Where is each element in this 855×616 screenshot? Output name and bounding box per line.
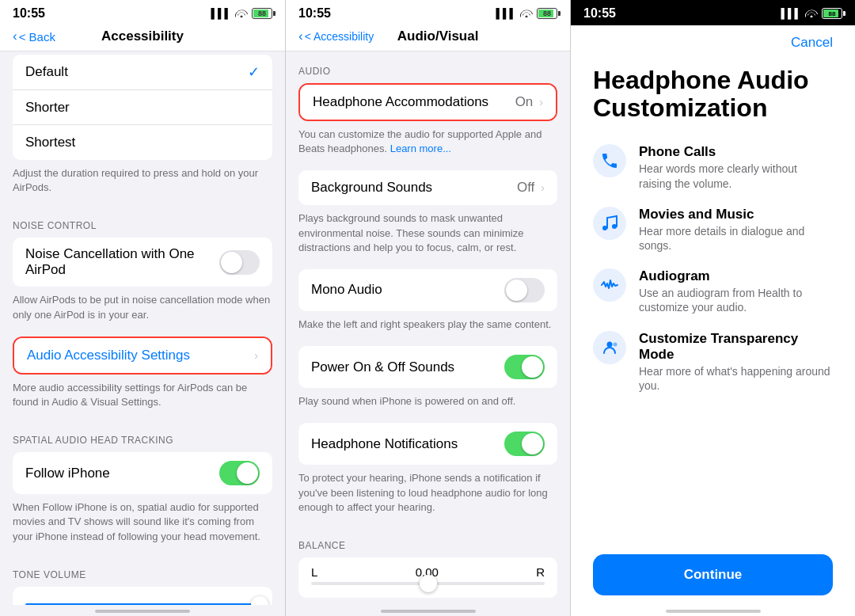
section-spatial: SPATIAL AUDIO HEAD TRACKING bbox=[0, 420, 285, 449]
noise-cancellation-group: Noise Cancellation with One AirPod bbox=[13, 238, 272, 287]
list-item-background-sounds[interactable]: Background Sounds Off › bbox=[298, 170, 557, 205]
phone-icon bbox=[600, 151, 619, 170]
headphone-accommodations-highlighted: Headphone Accommodations On › bbox=[298, 83, 557, 121]
headphone-notif-knob bbox=[522, 433, 543, 454]
list-item-shorter[interactable]: Shorter bbox=[13, 90, 272, 125]
headphone-notif-group: Headphone Notifications bbox=[298, 423, 557, 465]
list-item-audio-accessibility[interactable]: Audio Accessibility Settings › bbox=[14, 338, 271, 373]
feature-text-audiogram: Audiogram Use an audiogram from Health t… bbox=[639, 268, 833, 314]
cancel-button[interactable]: Cancel bbox=[593, 25, 833, 57]
mono-audio-toggle[interactable] bbox=[504, 278, 545, 302]
status-bar-3: 10:55 ▌▌▌ 88 bbox=[571, 0, 855, 25]
continue-button[interactable]: Continue bbox=[593, 554, 833, 595]
tone-slider[interactable] bbox=[25, 596, 260, 605]
signal-icon-3: ▌▌▌ bbox=[781, 8, 801, 19]
list-item-headphone-notif[interactable]: Headphone Notifications bbox=[298, 423, 557, 465]
panel-audio-visual: 10:55 ▌▌▌ 88 ‹ < Accessibility Audio/Vis… bbox=[285, 0, 570, 616]
follow-iphone-group: Follow iPhone bbox=[13, 452, 272, 494]
power-sounds-toggle[interactable] bbox=[504, 355, 545, 379]
feature-item-transparency: Customize Transparency Mode Hear more of… bbox=[593, 331, 833, 393]
tone-volume-item: 100% bbox=[13, 587, 272, 605]
feature-desc-audiogram: Use an audiogram from Health to customiz… bbox=[639, 286, 833, 314]
power-sounds-footer: Play sound when iPhone is powered on and… bbox=[286, 391, 570, 420]
wifi-icon-3 bbox=[805, 8, 818, 20]
follow-toggle-knob bbox=[237, 462, 258, 484]
checkmark-default: ✓ bbox=[248, 63, 260, 81]
audiogram-icon-bg bbox=[593, 268, 626, 302]
scroll-area-1: Default ✓ Shorter Shortest Adjust the du… bbox=[0, 51, 285, 605]
feature-title-movies: Movies and Music bbox=[639, 207, 833, 222]
press-duration-list: Default ✓ Shorter Shortest bbox=[13, 55, 272, 160]
home-indicator-3 bbox=[571, 605, 855, 616]
balance-slider[interactable] bbox=[311, 582, 545, 585]
slider-thumb[interactable] bbox=[251, 596, 268, 605]
panel-headphone-customization: 10:55 ▌▌▌ 88 Cancel Headphone Audio Cust… bbox=[570, 0, 855, 616]
feature-text-transparency: Customize Transparency Mode Hear more of… bbox=[639, 331, 833, 393]
mono-audio-footer: Make the left and right speakers play th… bbox=[286, 314, 570, 343]
wifi-icon-2 bbox=[520, 8, 533, 20]
feature-list: Phone Calls Hear words more clearly with… bbox=[593, 144, 833, 538]
balance-r: R bbox=[536, 565, 545, 579]
mono-audio-group: Mono Audio bbox=[298, 269, 557, 311]
headphone-notif-footer: To protect your hearing, iPhone sends a … bbox=[286, 468, 570, 526]
audio-accessibility-footer: More audio accessibility settings for Ai… bbox=[0, 378, 285, 420]
balance-thumb[interactable] bbox=[420, 575, 437, 592]
music-icon bbox=[600, 214, 619, 233]
follow-iphone-toggle[interactable] bbox=[219, 461, 260, 485]
tone-volume-group: 100% bbox=[13, 587, 272, 605]
nav-bar-1: ‹ < Back Accessibility bbox=[0, 25, 285, 51]
feature-desc-phone: Hear words more clearly without raising … bbox=[639, 162, 833, 190]
svg-point-2 bbox=[607, 341, 613, 347]
balance-control: L 0.00 R bbox=[298, 557, 557, 598]
home-bar-3 bbox=[666, 610, 761, 613]
balance-group: L 0.00 R bbox=[298, 557, 557, 598]
home-indicator-1 bbox=[0, 605, 285, 616]
section-audio: AUDIO bbox=[286, 51, 570, 80]
section-noise-control: NOISE CONTROL bbox=[0, 206, 285, 234]
status-icons-2: ▌▌▌ 88 bbox=[496, 8, 557, 20]
list-item-default[interactable]: Default ✓ bbox=[13, 55, 272, 90]
feature-title-audiogram: Audiogram bbox=[639, 268, 833, 284]
battery-icon-2: 88 bbox=[537, 8, 557, 19]
panel-accessibility: 10:55 ▌▌▌ 88 ‹ < Back Accessibility Defa… bbox=[0, 0, 285, 616]
person-icon bbox=[600, 338, 619, 357]
feature-desc-transparency: Hear more of what's happening around you… bbox=[639, 364, 833, 393]
headphone-notif-toggle[interactable] bbox=[504, 432, 545, 456]
headphone-customization-title: Headphone Audio Customization bbox=[593, 67, 833, 122]
back-chevron-1: ‹ bbox=[13, 29, 17, 44]
learn-more-link[interactable]: Learn more... bbox=[390, 143, 451, 154]
slider-fill bbox=[25, 603, 260, 605]
back-button-1[interactable]: ‹ < Back bbox=[13, 29, 68, 44]
chevron-headphone: › bbox=[539, 96, 543, 108]
feature-item-audiogram: Audiogram Use an audiogram from Health t… bbox=[593, 268, 833, 314]
noise-cancellation-footer: Allow AirPods to be put in noise cancell… bbox=[0, 290, 285, 333]
section-tone-volume: TONE VOLUME bbox=[0, 555, 285, 584]
svg-point-0 bbox=[602, 226, 607, 230]
list-item-mono-audio[interactable]: Mono Audio bbox=[298, 269, 557, 311]
feature-text-phone: Phone Calls Hear words more clearly with… bbox=[639, 144, 833, 190]
power-sounds-group: Power On & Off Sounds bbox=[298, 346, 557, 388]
list-item-shortest[interactable]: Shortest bbox=[13, 125, 272, 160]
battery-icon-1: 88 bbox=[252, 8, 272, 19]
noise-cancellation-toggle[interactable] bbox=[219, 250, 260, 275]
scroll-area-2: AUDIO Headphone Accommodations On › You … bbox=[286, 51, 570, 605]
feature-text-movies: Movies and Music Hear more details in di… bbox=[639, 207, 833, 253]
list-item-power-sounds[interactable]: Power On & Off Sounds bbox=[298, 346, 557, 388]
press-duration-footer: Adjust the duration required to press an… bbox=[0, 163, 285, 206]
home-bar-1 bbox=[95, 610, 190, 613]
back-button-2[interactable]: ‹ < Accessibility bbox=[298, 29, 374, 44]
toggle-knob bbox=[221, 252, 242, 273]
list-item-noise-cancellation[interactable]: Noise Cancellation with One AirPod bbox=[13, 238, 272, 287]
home-bar-2 bbox=[381, 610, 476, 613]
list-item-follow-iphone[interactable]: Follow iPhone bbox=[13, 452, 272, 494]
status-bar-1: 10:55 ▌▌▌ 88 bbox=[0, 0, 285, 25]
home-indicator-2 bbox=[286, 605, 570, 616]
feature-title-phone: Phone Calls bbox=[639, 144, 833, 160]
phone-calls-icon-bg bbox=[593, 144, 626, 177]
chevron-icon-audio: › bbox=[254, 349, 258, 362]
signal-icon-2: ▌▌▌ bbox=[496, 8, 516, 19]
feature-desc-movies: Hear more details in dialogue and songs. bbox=[639, 224, 833, 253]
follow-iphone-footer: When Follow iPhone is on, spatial audio … bbox=[0, 497, 285, 555]
list-item-headphone-accommodations[interactable]: Headphone Accommodations On › bbox=[300, 85, 556, 120]
status-icons-3: ▌▌▌ 88 bbox=[781, 8, 842, 20]
